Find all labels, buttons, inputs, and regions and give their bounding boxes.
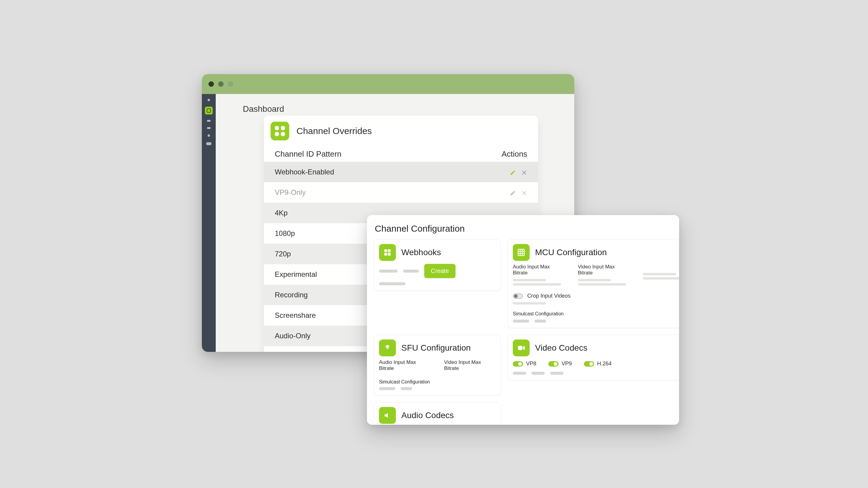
sidebar-item-cloud[interactable] — [206, 142, 212, 145]
card-audio-codecs: Audio Codecs Opus PCMA PCMU G.722 — [374, 402, 501, 425]
card-title: Audio Codecs — [401, 410, 454, 420]
pattern-label: 720p — [275, 250, 291, 258]
placeholder-bar — [379, 270, 398, 273]
pattern-label: Webhook-Enabled — [275, 168, 334, 176]
card-title: SFU Configuration — [401, 343, 471, 353]
card-title: Webhooks — [401, 248, 441, 257]
pattern-label: Audio-Only — [275, 332, 311, 340]
breadcrumb: Dashboard — [243, 104, 547, 114]
edit-icon[interactable] — [510, 169, 516, 175]
grid-icon — [379, 244, 396, 261]
crop-input-toggle[interactable] — [513, 294, 523, 299]
fork-icon — [379, 339, 396, 356]
placeholder-bar — [578, 283, 626, 285]
placeholder-bar — [578, 279, 611, 281]
field-label: Audio Input Max Bitrate — [379, 359, 430, 371]
field-label: Video Input Max Bitrate — [578, 264, 629, 276]
field-label: Audio Input Max Bitrate — [513, 264, 564, 276]
placeholder-bar — [531, 372, 545, 375]
table-header: Channel ID Pattern Actions — [264, 145, 538, 162]
placeholder-bar — [513, 279, 546, 281]
svg-rect-8 — [518, 249, 525, 256]
field-label: Simulcast Configuration — [513, 311, 679, 316]
create-button[interactable]: Create — [424, 264, 456, 278]
sidebar-item-5[interactable] — [208, 134, 210, 137]
window-close-dot[interactable] — [209, 81, 214, 87]
svg-rect-4 — [384, 249, 387, 252]
card-title: MCU Configuration — [535, 248, 607, 257]
card-mcu: MCU Configuration Audio Input Max Bitrat… — [507, 239, 679, 328]
codec-toggle-h264[interactable] — [584, 361, 594, 367]
placeholder-bar — [513, 302, 546, 305]
close-icon[interactable] — [521, 169, 527, 175]
field-label: Simulcast Configuration — [379, 379, 495, 385]
card-title: Video Codecs — [535, 343, 588, 353]
pattern-label: 4Kp — [275, 209, 288, 217]
panel-title: Channel Overrides — [297, 126, 372, 136]
pattern-label: Experimental — [275, 270, 317, 279]
placeholder-bar — [379, 282, 406, 285]
placeholder-bar — [643, 273, 676, 275]
card-sfu: SFU Configuration Audio Input Max Bitrat… — [374, 335, 501, 396]
placeholder-bar — [534, 319, 546, 323]
toggle-label: Crop Input Videos — [527, 293, 570, 299]
svg-rect-5 — [388, 249, 391, 252]
placeholder-bar — [403, 270, 419, 273]
override-row[interactable]: VP9-Only — [264, 182, 538, 203]
col-pattern: Channel ID Pattern — [275, 149, 341, 159]
titlebar — [202, 74, 574, 94]
codec-label: VP8 — [526, 361, 536, 367]
pattern-label: 1080p — [275, 229, 295, 238]
placeholder-bar — [550, 372, 563, 375]
svg-rect-6 — [384, 253, 387, 255]
codec-label: H.264 — [597, 361, 612, 367]
config-title: Channel Configuration — [375, 223, 671, 234]
placeholder-bar — [643, 277, 679, 279]
placeholder-bar — [513, 372, 526, 375]
sidebar-item-active[interactable] — [205, 106, 213, 115]
override-row[interactable]: Webhook-Enabled — [264, 162, 538, 182]
grid-icon — [271, 122, 289, 141]
field-label: Video Input Max Bitrate — [444, 359, 495, 371]
placeholder-bar — [379, 387, 395, 390]
card-webhooks: Webhooks Create — [374, 239, 501, 291]
sidebar-item-3[interactable] — [207, 120, 211, 122]
dashboard-icon — [207, 109, 211, 113]
placeholder-bar — [401, 387, 412, 390]
close-icon[interactable] — [521, 189, 527, 195]
svg-rect-13 — [518, 346, 522, 350]
codec-toggle-vp8[interactable] — [513, 361, 523, 367]
card-video-codecs: Video Codecs VP8 VP9 H.264 — [507, 335, 679, 380]
placeholder-bar — [513, 319, 529, 323]
sidebar-item-4[interactable] — [207, 127, 211, 129]
sidebar — [202, 94, 216, 352]
codec-label: VP9 — [562, 361, 572, 367]
col-actions: Actions — [502, 149, 527, 159]
codec-toggle-vp9[interactable] — [548, 361, 559, 367]
window-zoom-dot[interactable] — [228, 81, 233, 87]
svg-rect-7 — [388, 253, 391, 255]
sidebar-item-1[interactable] — [208, 99, 210, 101]
pattern-label: VP9-Only — [275, 188, 306, 197]
channel-config-panel: Channel Configuration Webhooks Create — [367, 215, 679, 425]
pattern-label: Recording — [275, 291, 308, 299]
camera-icon — [513, 339, 530, 356]
pattern-label: Screenshare — [275, 311, 316, 319]
placeholder-bar — [513, 283, 561, 285]
table-icon — [513, 244, 530, 261]
edit-icon[interactable] — [510, 189, 516, 195]
speaker-icon — [379, 407, 396, 424]
window-minimize-dot[interactable] — [218, 81, 223, 87]
